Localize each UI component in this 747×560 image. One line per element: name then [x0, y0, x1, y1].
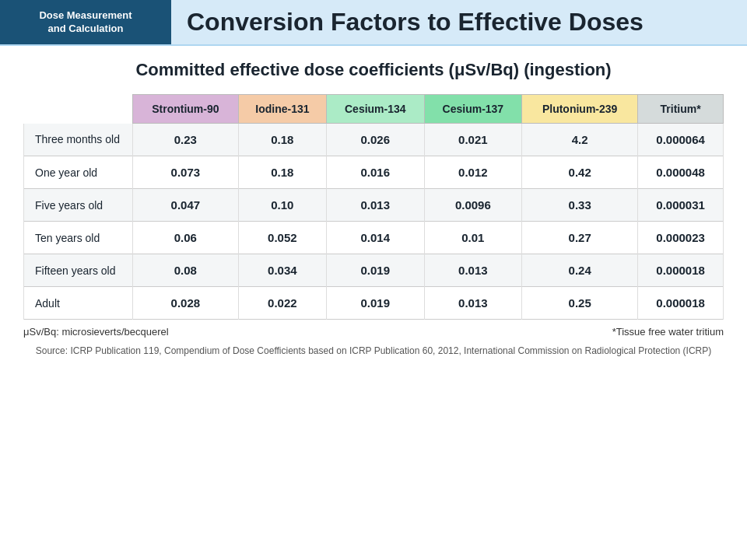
header-badge: Dose Measurement and Calculation [0, 0, 171, 44]
cell-age-row0: Three months old [24, 124, 133, 156]
table-row: One year old0.0730.180.0160.0120.420.000… [24, 156, 724, 189]
table-row: Five years old0.0470.100.0130.00960.330.… [24, 189, 724, 222]
footer-notes: μSv/Bq: microsieverts/becquerel *Tissue … [0, 320, 747, 341]
cell-cs134-row2: 0.013 [327, 189, 425, 222]
cell-tr-row1: 0.000048 [638, 156, 724, 189]
cell-cs137-row3: 0.01 [424, 222, 522, 254]
cell-pu239-row3: 0.27 [522, 222, 638, 254]
cell-sr90-row0: 0.23 [133, 124, 239, 156]
cell-age-row1: One year old [24, 156, 133, 189]
cell-cs134-row5: 0.019 [327, 287, 425, 320]
cell-i131-row2: 0.10 [238, 189, 326, 222]
column-header-row: Strontium-90 Iodine-131 Cesium-134 Cesiu… [24, 95, 724, 124]
cell-sr90-row4: 0.08 [133, 254, 239, 287]
cell-sr90-row2: 0.047 [133, 189, 239, 222]
cell-age-row5: Adult [24, 287, 133, 320]
cell-pu239-row5: 0.25 [522, 287, 638, 320]
cell-cs134-row4: 0.019 [327, 254, 425, 287]
cell-i131-row3: 0.052 [238, 222, 326, 254]
source-note: Source: ICRP Publication 119, Compendium… [0, 341, 747, 358]
col-header-cs134: Cesium-134 [327, 95, 425, 124]
cell-tr-row4: 0.000018 [638, 254, 724, 287]
table-row: Fifteen years old0.080.0340.0190.0130.24… [24, 254, 724, 287]
cell-age-row2: Five years old [24, 189, 133, 222]
cell-cs134-row0: 0.026 [327, 124, 425, 156]
cell-cs134-row3: 0.014 [327, 222, 425, 254]
data-table-wrapper: Strontium-90 Iodine-131 Cesium-134 Cesiu… [0, 94, 747, 320]
cell-i131-row5: 0.022 [238, 287, 326, 320]
cell-sr90-row5: 0.028 [133, 287, 239, 320]
badge-line2: and Calculation [48, 23, 124, 34]
header-badge-text: Dose Measurement and Calculation [39, 9, 132, 36]
cell-pu239-row2: 0.33 [522, 189, 638, 222]
footer-left-note: μSv/Bq: microsieverts/becquerel [23, 326, 169, 338]
cell-i131-row1: 0.18 [238, 156, 326, 189]
cell-sr90-row1: 0.073 [133, 156, 239, 189]
cell-sr90-row3: 0.06 [133, 222, 239, 254]
cell-age-row4: Fifteen years old [24, 254, 133, 287]
cell-i131-row0: 0.18 [238, 124, 326, 156]
cell-age-row3: Ten years old [24, 222, 133, 254]
cell-tr-row3: 0.000023 [638, 222, 724, 254]
table-subtitle: Committed effective dose coefficients (μ… [0, 46, 747, 88]
dose-table: Strontium-90 Iodine-131 Cesium-134 Cesiu… [23, 94, 724, 320]
cell-cs137-row5: 0.013 [424, 287, 522, 320]
footer-right-note: *Tissue free water tritium [612, 326, 724, 338]
cell-cs137-row0: 0.021 [424, 124, 522, 156]
cell-i131-row4: 0.034 [238, 254, 326, 287]
cell-pu239-row1: 0.42 [522, 156, 638, 189]
cell-tr-row2: 0.000031 [638, 189, 724, 222]
col-header-sr90: Strontium-90 [133, 95, 239, 124]
page-header: Dose Measurement and Calculation Convers… [0, 0, 747, 46]
table-row: Adult0.0280.0220.0190.0130.250.000018 [24, 287, 724, 320]
table-row: Three months old0.230.180.0260.0214.20.0… [24, 124, 724, 156]
cell-tr-row0: 0.000064 [638, 124, 724, 156]
cell-cs137-row4: 0.013 [424, 254, 522, 287]
table-body: Three months old0.230.180.0260.0214.20.0… [24, 124, 724, 320]
col-header-i131: Iodine-131 [238, 95, 326, 124]
cell-cs137-row2: 0.0096 [424, 189, 522, 222]
col-header-cs137: Cesium-137 [424, 95, 522, 124]
cell-tr-row5: 0.000018 [638, 287, 724, 320]
col-header-tritium: Tritium* [638, 95, 724, 124]
page-title: Conversion Factors to Effective Doses [171, 0, 659, 44]
cell-cs134-row1: 0.016 [327, 156, 425, 189]
col-header-age [24, 95, 133, 124]
table-row: Ten years old0.060.0520.0140.010.270.000… [24, 222, 724, 254]
cell-pu239-row4: 0.24 [522, 254, 638, 287]
cell-cs137-row1: 0.012 [424, 156, 522, 189]
badge-line1: Dose Measurement [39, 9, 132, 21]
col-header-pu239: Plutonium-239 [522, 95, 638, 124]
cell-pu239-row0: 4.2 [522, 124, 638, 156]
